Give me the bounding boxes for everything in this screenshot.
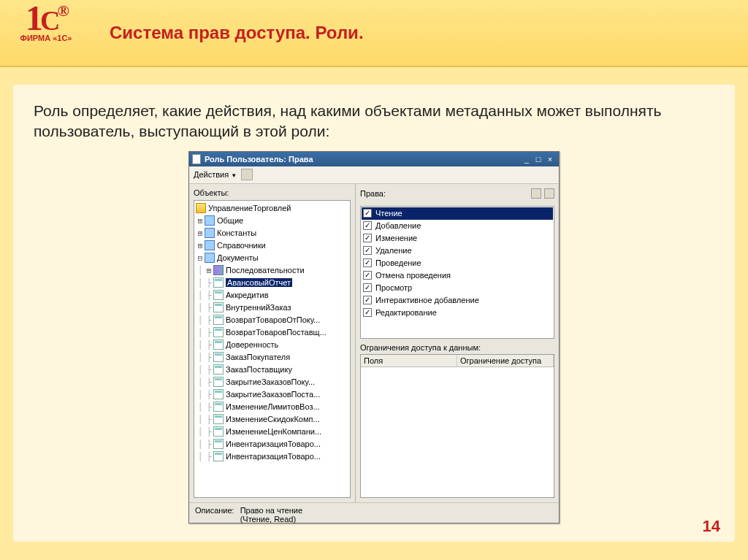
tree-item[interactable]: │├ИнвентаризацияТоваро... [196,438,348,450]
checkbox-icon[interactable]: ✓ [363,209,372,218]
maximize-button[interactable]: □ [533,155,544,164]
page-number: 14 [703,517,720,536]
rights-list[interactable]: ✓Чтение✓Добавление✓Изменение✓Удаление✓Пр… [360,206,554,339]
checkbox-icon[interactable]: ✓ [363,283,372,292]
tree-item[interactable]: │├ВозвратТоваровОтПоку... [196,314,348,326]
tree-item[interactable]: │├ЗаказПокупателя [196,351,348,364]
slide-content: Роль определяет, какие действия, над как… [13,85,735,542]
window-title: Роль Пользователь: Права [205,155,521,164]
tree-item[interactable]: │├ЗакрытиеЗаказовПоста... [196,388,348,401]
minimize-button[interactable]: _ [521,155,533,164]
window-footer: Описание: Право на чтение(Чтение, Read) [189,502,559,524]
right-row[interactable]: ✓Редактирование [362,307,553,319]
objects-tree[interactable]: УправлениеТорговлей⊞Общие⊞Константы⊞Спра… [194,200,351,498]
tree-item[interactable]: ⊟Документы [196,252,348,264]
right-row[interactable]: ✓Проведение [362,257,553,269]
restrict-table[interactable]: Поля Ограничение доступа [360,354,554,498]
tree-item[interactable]: │├ИзменениеЦенКомпани... [196,426,348,438]
slide-title: Система прав доступа. Роли. [110,23,364,43]
right-label: Отмена проведения [375,271,451,280]
tree-item[interactable]: ⊞Общие [196,215,348,227]
logo-caption: ФИРМА «1С» [6,34,86,42]
checkbox-icon[interactable]: ✓ [363,308,372,317]
checkbox-icon[interactable]: ✓ [363,296,372,304]
slide-header: Система прав доступа. Роли. [0,0,748,67]
tree-item[interactable]: │├ИнвентаризацияТоваро... [196,450,348,463]
window-icon [192,154,201,164]
checkbox-icon[interactable]: ✓ [363,221,372,230]
checkbox-icon[interactable]: ✓ [363,258,372,267]
right-row[interactable]: ✓Изменение [362,232,553,245]
checkbox-icon[interactable]: ✓ [363,234,372,242]
right-label: Чтение [375,209,402,218]
tree-item[interactable]: │├ЗакрытиеЗаказовПоку... [196,376,348,388]
right-row[interactable]: ✓Просмотр [362,282,553,294]
toolbar: Действия ▼ [189,166,559,184]
tree-item[interactable]: УправлениеТорговлей [196,202,348,215]
right-label: Интерактивное добавление [375,296,479,304]
tree-item[interactable]: │├АвансовыйОтчет [196,277,348,289]
right-label: Просмотр [375,283,412,292]
tree-item[interactable]: │├ИзменениеЛимитовВоз... [196,401,348,413]
right-row[interactable]: ✓Отмена проведения [362,269,553,282]
tree-item[interactable]: │⊞Последовательности [196,264,348,277]
restrict-label: Ограничения доступа к данным: [360,343,481,352]
tree-item[interactable]: │├Доверенность [196,339,348,351]
rights-label: Права: [360,188,554,199]
right-label: Удаление [375,246,412,255]
titlebar[interactable]: Роль Пользователь: Права _ □ × [189,152,559,166]
rights-pane: Права: ✓Чтение✓Добавление✓Изменение✓Удал… [356,184,559,502]
logo-mark: 1C® [6,4,86,32]
toolbar-icon[interactable] [241,169,253,180]
tree-item[interactable]: │├ИзменениеСкидокКомп... [196,413,348,426]
tree-item[interactable]: ⊞Справочники [196,239,348,252]
checkbox-icon[interactable]: ✓ [363,271,372,280]
col-fields[interactable]: Поля [361,355,457,367]
close-button[interactable]: × [544,155,556,164]
restrictions-section: Ограничения доступа к данным: Поля Огран… [360,343,554,498]
right-label: Изменение [375,234,417,242]
right-label: Проведение [375,258,421,267]
checkbox-icon[interactable]: ✓ [363,246,372,255]
tree-item[interactable]: │├Аккредитив [196,289,348,302]
footer-value: Право на чтение(Чтение, Read) [240,506,302,521]
right-label: Добавление [375,221,421,230]
col-rule[interactable]: Ограничение доступа [457,355,554,367]
right-label: Редактирование [375,308,437,317]
footer-label: Описание: [195,506,234,521]
tree-item[interactable]: │├ВнутреннийЗаказ [196,302,348,314]
role-window: Роль Пользователь: Права _ □ × Действия … [188,151,560,523]
right-row[interactable]: ✓Интерактивное добавление [362,294,553,307]
right-row[interactable]: ✓Чтение [362,207,553,220]
objects-label: Объекты: [194,188,351,197]
brand-logo: 1C® ФИРМА «1С» [6,4,86,42]
right-row[interactable]: ✓Удаление [362,245,553,257]
actions-menu[interactable]: Действия ▼ [194,170,237,179]
tree-item[interactable]: ⊞Константы [196,227,348,239]
rights-tool-icon[interactable] [544,188,554,199]
tree-item[interactable]: │├ЗаказПоставщику [196,364,348,376]
objects-pane: Объекты: УправлениеТорговлей⊞Общие⊞Конст… [189,184,356,502]
intro-text: Роль определяет, какие действия, над как… [34,101,714,142]
tree-item[interactable]: │├ВозвратТоваровПоставщ... [196,326,348,339]
rights-tool-icon[interactable] [531,188,541,199]
right-row[interactable]: ✓Добавление [362,220,553,232]
